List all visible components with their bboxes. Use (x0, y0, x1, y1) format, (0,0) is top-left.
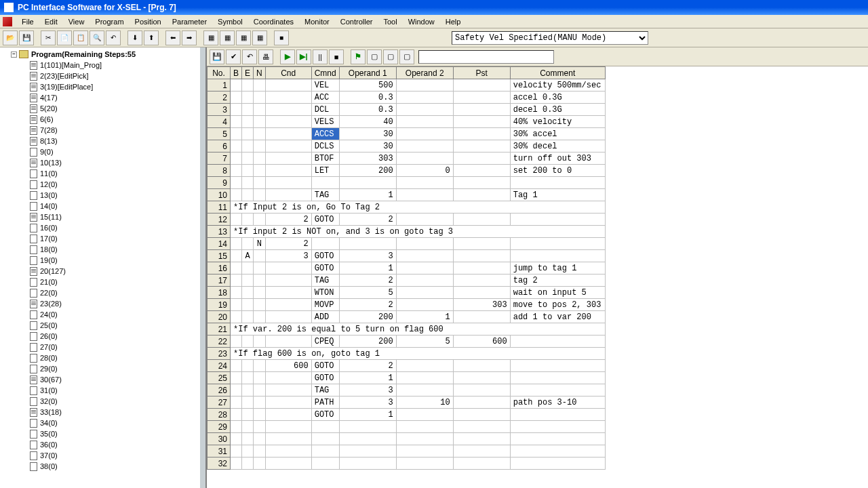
cell-pst[interactable] (453, 177, 510, 189)
cell-b[interactable] (231, 311, 242, 323)
table-row[interactable]: 17TAG2tag 2 (208, 274, 606, 287)
collapse-icon[interactable]: − (11, 52, 17, 58)
cell-op1[interactable]: 500 (339, 79, 396, 92)
cell-e[interactable] (242, 152, 254, 165)
editor-flag-button[interactable]: ⚑ (351, 49, 366, 64)
cell-cnd[interactable] (265, 104, 311, 116)
program-grid-wrap[interactable]: No.BENCndCmndOperand 1Operand 2PstCommen… (207, 66, 868, 488)
cell-cmnd[interactable]: LET (311, 165, 339, 177)
cell-n[interactable] (254, 104, 266, 116)
cell-pst[interactable] (453, 128, 510, 140)
left-button[interactable]: ⬅ (165, 30, 180, 45)
cell-cmnd[interactable]: GOTO (311, 409, 339, 421)
cell-op1[interactable]: 3 (339, 384, 396, 396)
cell-e[interactable] (242, 262, 254, 274)
cell-comment[interactable] (510, 177, 605, 189)
cell-pst[interactable] (453, 140, 510, 152)
cell-comment[interactable]: 30% decel (510, 140, 605, 152)
cell-op1[interactable] (339, 177, 396, 189)
menu-program[interactable]: Program (90, 16, 129, 27)
cell-b[interactable] (231, 104, 242, 116)
tree-item-4[interactable]: 4(17) (20, 92, 205, 103)
cell-pst[interactable] (453, 104, 510, 116)
cell-cmnd[interactable]: GOTO (311, 250, 339, 262)
cell-op2[interactable] (396, 299, 453, 311)
cell-pst[interactable] (453, 433, 510, 445)
tree-item-23[interactable]: 23(28) (20, 298, 205, 309)
cell-cmnd[interactable]: CPEQ (311, 336, 339, 348)
cell-comment[interactable]: 40% velocity (510, 116, 605, 128)
cell-n[interactable] (254, 421, 266, 433)
tree-item-22[interactable]: 22(0) (20, 287, 205, 298)
tree-item-16[interactable]: 16(0) (20, 222, 205, 233)
cell-cnd[interactable] (265, 421, 311, 433)
tree-item-37[interactable]: 37(0) (20, 450, 205, 461)
table-row[interactable]: 10TAG1Tag 1 (208, 189, 606, 201)
menu-help[interactable]: Help (440, 16, 467, 27)
tree-item-36[interactable]: 36(0) (20, 439, 205, 450)
cell-comment[interactable] (510, 445, 605, 458)
cell-b[interactable] (231, 214, 242, 226)
cell-pst[interactable] (453, 311, 510, 323)
cell-e[interactable] (242, 274, 254, 287)
cell-pst[interactable] (453, 445, 510, 458)
tree-item-2[interactable]: 2(23)[EditPick] (20, 70, 205, 81)
cell-op1[interactable]: 200 (339, 311, 396, 323)
cell-op2[interactable] (396, 104, 453, 116)
menu-position[interactable]: Position (130, 16, 167, 27)
cell-cmnd[interactable]: PATH (311, 396, 339, 409)
cell-op2[interactable] (396, 274, 453, 287)
cell-op2[interactable] (396, 177, 453, 189)
cell-n[interactable] (254, 79, 266, 92)
col-header-e[interactable]: E (242, 67, 254, 79)
cell-op2[interactable] (396, 214, 453, 226)
cell-op1[interactable]: 5 (339, 287, 396, 299)
table-row[interactable]: 21*If var. 200 is equal to 5 turn on fla… (208, 323, 606, 336)
cell-e[interactable] (242, 140, 254, 152)
cell-n[interactable] (254, 116, 266, 128)
cell-op1[interactable] (339, 445, 396, 458)
cell-b[interactable] (231, 299, 242, 311)
cell-pst[interactable] (453, 79, 510, 92)
table-row[interactable]: 6DCLS3030% decel (208, 140, 606, 152)
cell-cnd[interactable] (265, 409, 311, 421)
cell-n[interactable] (254, 214, 266, 226)
cell-comment[interactable]: tag 2 (510, 274, 605, 287)
cell-b[interactable] (231, 177, 242, 189)
cell-comment[interactable] (510, 409, 605, 421)
cell-cmnd[interactable] (311, 421, 339, 433)
cell-pst[interactable] (453, 262, 510, 274)
tree-item-3[interactable]: 3(19)[EditPlace] (20, 81, 205, 92)
cell-b[interactable] (231, 128, 242, 140)
tree-item-32[interactable]: 32(0) (20, 396, 205, 407)
tree-item-13[interactable]: 13(0) (20, 190, 205, 201)
tree-item-8[interactable]: 8(13) (20, 136, 205, 146)
cell-b[interactable] (231, 262, 242, 274)
down-button[interactable]: ⬇ (127, 30, 142, 45)
menu-symbol[interactable]: Symbol (212, 16, 248, 27)
stop-button[interactable]: ■ (274, 30, 289, 45)
table-row[interactable]: 1VEL500velocity 500mm/sec (208, 79, 606, 92)
cell-pst[interactable] (453, 274, 510, 287)
cell-comment[interactable] (510, 458, 605, 470)
cell-b[interactable] (231, 287, 242, 299)
cell-e[interactable] (242, 384, 254, 396)
table-row[interactable]: 122GOTO2 (208, 214, 606, 226)
cell-e[interactable] (242, 79, 254, 92)
grid1-button[interactable]: ▦ (203, 30, 218, 45)
cell-e[interactable]: A (242, 250, 254, 262)
cell-op1[interactable]: 303 (339, 152, 396, 165)
cell-b[interactable] (231, 238, 242, 250)
cell-op2[interactable] (396, 238, 453, 250)
cell-op1[interactable]: 3 (339, 250, 396, 262)
cell-n[interactable] (254, 152, 266, 165)
cell-e[interactable] (242, 128, 254, 140)
row-number[interactable]: 12 (208, 214, 231, 226)
cell-op2[interactable] (396, 152, 453, 165)
cell-e[interactable] (242, 396, 254, 409)
row-number[interactable]: 10 (208, 189, 231, 201)
table-row[interactable]: 22CPEQ2005600 (208, 336, 606, 348)
cell-op2[interactable] (396, 421, 453, 433)
row-number[interactable]: 25 (208, 372, 231, 384)
cell-op1[interactable]: 2 (339, 274, 396, 287)
